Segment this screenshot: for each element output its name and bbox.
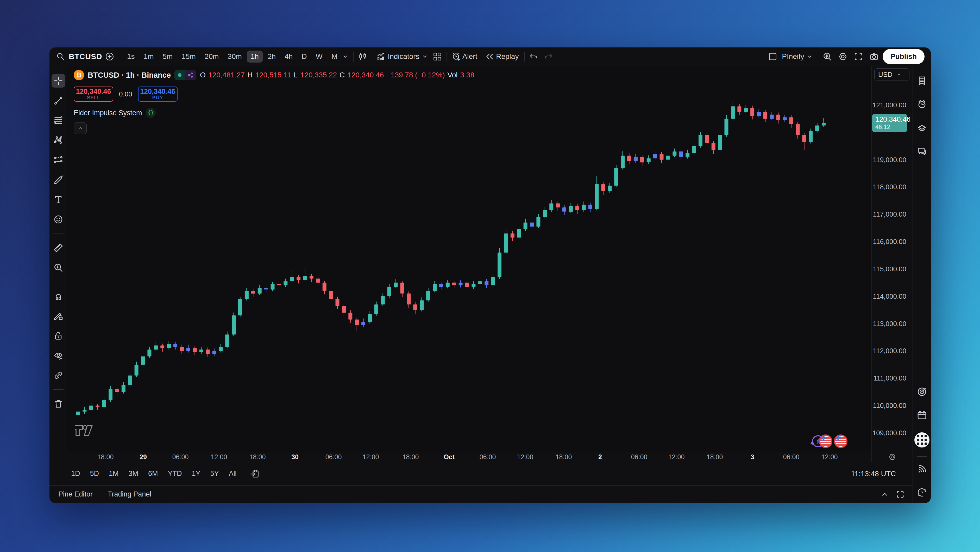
settings-gear-icon[interactable] <box>838 52 848 62</box>
layout-grid-icon[interactable] <box>433 52 442 62</box>
emoji-tool[interactable] <box>52 213 65 226</box>
undo-icon[interactable] <box>529 52 539 62</box>
replay-icon[interactable] <box>485 52 495 62</box>
range-6m[interactable]: 6M <box>145 467 161 480</box>
timeframe-5m[interactable]: 5m <box>159 51 177 62</box>
timeframe-1s[interactable]: 1s <box>123 51 139 62</box>
app-body: ₿ BTCUSD · 1h · Binance O120,481.27 H120… <box>49 66 931 503</box>
timeframe-15m[interactable]: 15m <box>178 51 199 62</box>
range-1d[interactable]: 1D <box>68 467 84 480</box>
alert-label[interactable]: Alert <box>462 53 477 61</box>
timeframe-1m[interactable]: 1m <box>140 51 158 62</box>
timeframe-2h[interactable]: 2h <box>264 51 280 62</box>
object-tree-layers-icon[interactable] <box>916 121 928 134</box>
currency-selector[interactable]: USD <box>874 68 910 81</box>
utc-clock[interactable]: 11:13:48 UTC <box>851 470 896 478</box>
goto-date-calendar-icon[interactable] <box>250 469 259 479</box>
redo-icon[interactable] <box>543 52 553 62</box>
quick-search-icon[interactable] <box>822 52 832 62</box>
timeframe-4h[interactable]: 4h <box>281 51 297 62</box>
fib-retracement-tool[interactable] <box>52 113 65 127</box>
timeframe-30m[interactable]: 30m <box>224 51 245 62</box>
indicators-label[interactable]: Indicators <box>388 53 419 61</box>
us-flag-event-icon[interactable] <box>834 434 848 448</box>
range-1m[interactable]: 1M <box>105 467 122 480</box>
axis-settings-gear-icon[interactable] <box>872 453 913 461</box>
price-axis[interactable]: USD 120,340.46 46:12 121,000.00119,000.0… <box>872 66 913 462</box>
timeframes-chevron-down-icon[interactable] <box>341 53 349 61</box>
brush-tool[interactable] <box>52 173 65 187</box>
calendar-icon[interactable] <box>916 409 928 421</box>
timeframe-W[interactable]: W <box>312 51 326 62</box>
price-tick: 117,000.00 <box>873 210 906 219</box>
timeframe-1h[interactable]: 1h <box>247 51 263 62</box>
range-all[interactable]: All <box>226 467 240 480</box>
price-tick: 119,000.00 <box>873 156 906 164</box>
content-row: ₿ BTCUSD · 1h · Binance O120,481.27 H120… <box>49 66 913 462</box>
market-status-pill[interactable] <box>175 70 196 80</box>
sync-drawings-link-tool[interactable] <box>52 369 65 382</box>
replay-label[interactable]: Replay <box>496 53 519 61</box>
timeframe-20m[interactable]: 20m <box>201 51 223 62</box>
symbol-search-button[interactable]: BTCUSD <box>56 52 102 62</box>
news-signal-icon[interactable] <box>916 463 928 475</box>
indicator-legend[interactable]: Elder Impulse System <box>74 108 156 118</box>
text-tool[interactable] <box>52 193 65 206</box>
layout-chevron-down-icon[interactable] <box>806 53 814 61</box>
projection-tool[interactable] <box>52 153 65 167</box>
alerts-clock-icon[interactable] <box>916 98 928 110</box>
zoom-in-tool[interactable] <box>52 261 65 274</box>
help-icon[interactable]: ? <box>916 486 928 499</box>
tradingview-logo[interactable] <box>75 425 100 437</box>
measure-ruler-tool[interactable] <box>52 241 65 255</box>
trend-line-tool[interactable] <box>52 94 65 107</box>
sell-button[interactable]: 120,340.46 SELL <box>74 86 113 102</box>
time-tick: 06:00 <box>783 453 800 461</box>
collapse-legend-button[interactable] <box>74 123 87 134</box>
magnet-tool[interactable] <box>52 289 65 303</box>
candlestick-chart[interactable] <box>67 66 872 451</box>
pine-source-icon[interactable] <box>146 108 156 118</box>
indicators-chevron-down-icon[interactable] <box>421 53 429 61</box>
tab-trading-panel[interactable]: Trading Panel <box>108 490 151 498</box>
timeframe-D[interactable]: D <box>298 51 310 62</box>
last-price-label: 120,340.46 46:12 <box>872 114 907 132</box>
snapshot-camera-icon[interactable] <box>869 52 879 62</box>
chat-icon[interactable] <box>916 145 928 158</box>
buy-button[interactable]: 120,340.46 BUY <box>138 86 178 102</box>
indicator-name[interactable]: Elder Impulse System <box>74 109 142 117</box>
us-flag-event-icon[interactable] <box>819 434 832 448</box>
compare-add-icon[interactable] <box>105 52 115 62</box>
remove-drawings-trash-tool[interactable] <box>52 397 65 410</box>
range-3m[interactable]: 3M <box>125 467 142 480</box>
chart-area[interactable]: ₿ BTCUSD · 1h · Binance O120,481.27 H120… <box>67 66 872 451</box>
chart-legend[interactable]: ₿ BTCUSD · 1h · Binance O120,481.27 H120… <box>74 70 474 80</box>
timeframe-M[interactable]: M <box>328 51 341 62</box>
layout-single-icon[interactable] <box>768 52 778 62</box>
screener-radar-icon[interactable] <box>916 386 928 398</box>
tab-pine-editor[interactable]: Pine Editor <box>58 490 93 498</box>
hide-all-drawings-tool[interactable] <box>52 349 65 362</box>
publish-button[interactable]: Publish <box>883 49 924 64</box>
legend-title[interactable]: BTCUSD · 1h · Binance <box>88 71 171 80</box>
range-5d[interactable]: 5D <box>87 467 103 480</box>
drawing-mode-lock-tool[interactable] <box>52 309 65 323</box>
apps-grid-icon[interactable] <box>915 432 929 447</box>
range-5y[interactable]: 5Y <box>207 467 222 480</box>
alert-icon[interactable] <box>451 52 461 62</box>
crosshair-tool[interactable] <box>52 74 65 88</box>
xabcd-pattern-tool[interactable] <box>52 134 65 147</box>
range-1y[interactable]: 1Y <box>188 467 204 480</box>
range-ytd[interactable]: YTD <box>165 467 185 480</box>
watchlist-icon[interactable] <box>916 75 928 87</box>
time-axis[interactable]: 18:002906:0012:0018:003006:0012:0018:00O… <box>67 451 872 462</box>
layout-name[interactable]: PIneify <box>782 53 804 61</box>
fullscreen-icon[interactable] <box>853 52 863 62</box>
indicators-icon[interactable] <box>376 52 386 62</box>
toolbar-separator <box>119 52 119 62</box>
economic-events[interactable]: ✦ <box>812 434 848 448</box>
chart-style-candles-icon[interactable] <box>358 52 368 62</box>
lock-all-drawings-tool[interactable] <box>52 329 65 343</box>
expand-panel-chevron-up-icon[interactable] <box>880 490 889 499</box>
maximize-panel-icon[interactable] <box>896 490 905 499</box>
